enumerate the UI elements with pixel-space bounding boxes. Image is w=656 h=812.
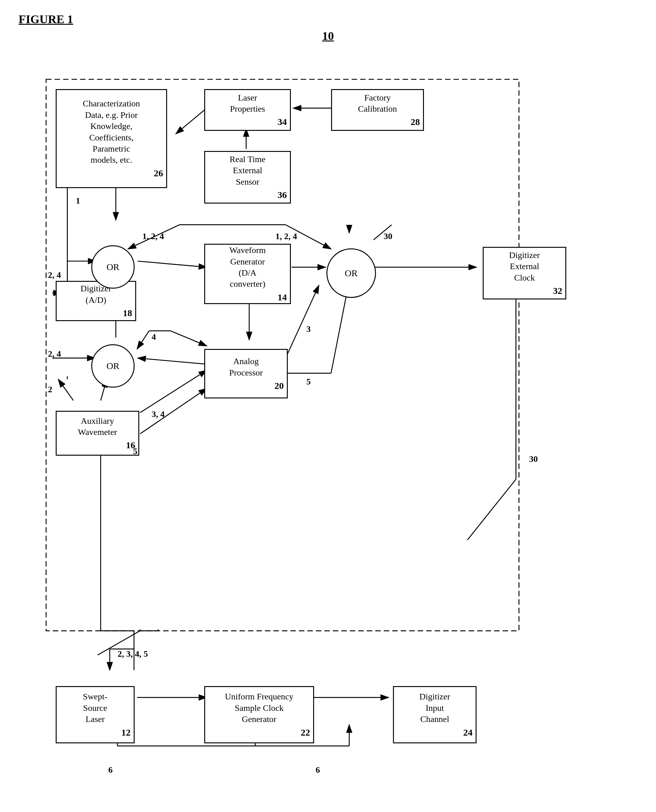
block-rt-sensor-label: Real TimeExternalSensor xyxy=(230,154,266,187)
block-rt-sensor-num: 36 xyxy=(278,189,287,201)
label-1-left: 1 xyxy=(76,196,80,206)
block-ufscg-num: 22 xyxy=(301,726,310,738)
or-gate-1-label: OR xyxy=(107,262,119,272)
or-gate-3-label: OR xyxy=(345,268,358,278)
block-laser-props-label: LaserProperties xyxy=(230,92,265,115)
label-24-or2: 2, 4 xyxy=(48,349,61,359)
block-waveform-gen-label: WaveformGenerator(D/Aconverter) xyxy=(229,245,266,290)
svg-line-34 xyxy=(140,389,207,434)
svg-line-4 xyxy=(176,108,207,134)
block-digitizer-input-label: DigitizerInputChannel xyxy=(419,691,450,725)
block-analog-proc-num: 20 xyxy=(274,380,284,392)
block-waveform-gen-num: 14 xyxy=(278,291,287,303)
label-30-right: 30 xyxy=(529,454,538,464)
block-analog-proc: AnalogProcessor 20 xyxy=(204,349,288,398)
block-swept-source: Swept-SourceLaser 12 xyxy=(56,686,135,743)
block-factory-cal-label: FactoryCalibration xyxy=(358,92,397,115)
label-5-bottom: 5 xyxy=(133,446,138,456)
svg-line-7 xyxy=(138,261,207,267)
block-digitizer-ad: Digitizer(A/D) 18 xyxy=(56,281,136,321)
block-factory-cal-num: 28 xyxy=(411,116,420,128)
block-swept-source-label: Swept-SourceLaser xyxy=(83,691,107,725)
block-analog-proc-label: AnalogProcessor xyxy=(229,356,263,378)
block-digitizer-ext-clk-label: DigitizerExternalClock xyxy=(509,250,540,283)
label-6-left: 6 xyxy=(108,765,113,775)
or-gate-2-label: OR xyxy=(107,361,119,371)
or-gate-3: OR xyxy=(326,249,376,298)
block-digitizer-ad-num: 18 xyxy=(123,307,132,319)
svg-line-47 xyxy=(467,479,516,540)
block-digitizer-input-num: 24 xyxy=(463,726,472,738)
label-124-or3: 1, 2, 4 xyxy=(275,232,297,241)
label-3-right: 3 xyxy=(306,324,311,334)
figure-label: FIGURE 1 xyxy=(19,12,637,26)
label-124-or1: 1, 2, 4 xyxy=(142,232,164,241)
block-laser-props: LaserProperties 34 xyxy=(204,89,291,131)
block-aux-wavemeter: AuxiliaryWavemeter 16 xyxy=(56,411,139,455)
label-5-right: 5 xyxy=(306,377,311,387)
block-digitizer-input: DigitizerInputChannel 24 xyxy=(393,686,477,743)
block-ufscg: Uniform FrequencySample ClockGenerator 2… xyxy=(204,686,314,743)
svg-line-25 xyxy=(170,331,207,346)
svg-line-24 xyxy=(138,358,207,364)
block-char-data-label: CharacterizationData, e.g. PriorKnowledg… xyxy=(83,98,140,165)
block-digitizer-ext-clk-num: 32 xyxy=(553,285,562,296)
block-factory-cal: FactoryCalibration 28 xyxy=(331,89,424,131)
block-swept-source-num: 12 xyxy=(121,726,131,738)
label-34-bottom: 3, 4 xyxy=(152,409,165,419)
block-waveform-gen: WaveformGenerator(D/Aconverter) 14 xyxy=(204,244,291,304)
figure-number: 10 xyxy=(19,29,637,43)
or-gate-2: OR xyxy=(91,344,135,387)
label-2345: 2, 3, 4, 5 xyxy=(118,649,148,659)
svg-line-27 xyxy=(137,331,149,349)
label-30-top: 30 xyxy=(384,232,392,241)
label-24-left: 2, 4 xyxy=(48,270,61,280)
block-digitizer-ext-clk: DigitizerExternalClock 32 xyxy=(483,247,566,299)
svg-line-33 xyxy=(140,370,207,413)
label-2-left: 2 xyxy=(48,384,52,394)
block-char-data: CharacterizationData, e.g. PriorKnowledg… xyxy=(56,89,167,188)
block-rt-sensor: Real TimeExternalSensor 36 xyxy=(204,151,291,204)
block-aux-wavemeter-label: AuxiliaryWavemeter xyxy=(78,415,117,438)
svg-line-35 xyxy=(58,379,73,401)
block-ufscg-label: Uniform FrequencySample ClockGenerator xyxy=(225,691,294,725)
label-6-right: 6 xyxy=(316,765,320,775)
block-char-data-num: 26 xyxy=(154,167,163,179)
diagram-container: CharacterizationData, e.g. PriorKnowledg… xyxy=(22,55,634,798)
label-4-mid: 4 xyxy=(152,332,156,342)
or-gate-1: OR xyxy=(91,245,135,289)
block-laser-props-num: 34 xyxy=(278,116,287,128)
